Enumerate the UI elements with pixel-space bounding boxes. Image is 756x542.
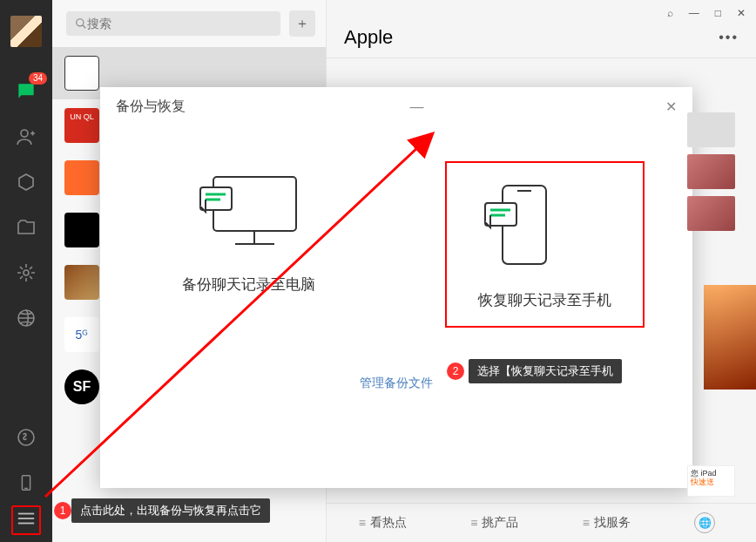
chat-avatar	[64, 213, 99, 247]
annotation-tip-2: 选择【恢复聊天记录至手机	[469, 359, 622, 383]
dialog-close-icon[interactable]: ✕	[665, 98, 677, 115]
maximize-icon[interactable]: □	[715, 7, 721, 19]
dialog-minimize-icon[interactable]: —	[410, 99, 424, 115]
contacts-icon[interactable]	[14, 125, 38, 149]
favorites-icon[interactable]	[14, 170, 38, 194]
chat-avatar: 5ᴳ	[64, 317, 99, 352]
chat-icon[interactable]: 34	[14, 79, 38, 104]
svg-point-0	[21, 130, 28, 137]
annotation-number-1: 1	[54, 502, 71, 519]
list-icon: ≡	[359, 516, 366, 530]
tab-services[interactable]: ≡找服务	[583, 515, 631, 531]
tab-hot[interactable]: ≡看热点	[359, 515, 407, 531]
search-icon	[75, 17, 87, 30]
chat-avatar: SF	[64, 369, 99, 404]
aperture-icon[interactable]	[14, 306, 38, 330]
unread-badge: 34	[29, 72, 47, 85]
new-chat-button[interactable]: ＋	[289, 10, 315, 37]
phone-restore-icon	[478, 179, 557, 274]
svg-point-3	[18, 430, 34, 445]
search-input[interactable]	[87, 17, 272, 30]
chat-avatar	[64, 265, 99, 300]
search-input-wrap[interactable]	[66, 11, 280, 36]
svg-point-1	[24, 270, 29, 275]
restore-to-phone-option[interactable]: 恢复聊天记录至手机	[445, 161, 645, 328]
user-avatar[interactable]	[10, 16, 42, 47]
more-icon[interactable]: •••	[719, 30, 739, 45]
left-sidebar: 34	[0, 0, 52, 542]
chat-title: Apple	[344, 26, 393, 49]
backup-restore-dialog: 备份与恢复 — ✕ 备份聊天记录至电脑	[100, 87, 692, 488]
close-icon[interactable]: ✕	[737, 7, 746, 19]
annotation-tip-1: 点击此处，出现备份与恢复再点击它	[71, 498, 270, 523]
restore-to-phone-label: 恢复聊天记录至手机	[478, 290, 611, 310]
list-icon: ≡	[583, 516, 590, 530]
minimize-icon[interactable]: —	[689, 7, 699, 19]
thumb[interactable]	[687, 196, 735, 231]
thumb[interactable]	[687, 112, 735, 147]
svg-point-9	[77, 19, 84, 26]
list-icon: ≡	[470, 516, 477, 530]
input-method-icon[interactable]: 🌐	[694, 512, 715, 533]
window-controls: ⌕ — □ ✕	[327, 0, 756, 26]
moments-icon[interactable]	[14, 261, 38, 285]
backup-to-pc-option[interactable]: 备份聊天记录至电脑	[100, 161, 396, 328]
pin-icon[interactable]: ⌕	[667, 7, 673, 19]
monitor-icon	[187, 161, 309, 257]
image-thumbs	[687, 112, 735, 231]
files-icon[interactable]	[14, 215, 38, 240]
dialog-title: 备份与恢复	[116, 98, 186, 116]
annotation-number-2: 2	[447, 362, 464, 380]
thumb[interactable]	[687, 154, 735, 189]
ad-card[interactable]: 您 iPad快速送	[687, 465, 735, 497]
tab-products[interactable]: ≡挑产品	[470, 515, 518, 531]
svg-line-10	[83, 25, 86, 29]
miniprogram-icon[interactable]	[14, 425, 38, 450]
phone-icon[interactable]	[14, 471, 38, 495]
bottom-bar: ≡看热点 ≡挑产品 ≡找服务 🌐	[327, 503, 756, 542]
menu-icon[interactable]	[11, 505, 41, 535]
backup-to-pc-label: 备份聊天记录至电脑	[182, 274, 315, 295]
image-preview[interactable]	[704, 285, 756, 390]
chat-avatar	[64, 160, 99, 195]
chat-avatar	[64, 56, 99, 91]
chat-avatar: UN QL	[64, 108, 99, 143]
